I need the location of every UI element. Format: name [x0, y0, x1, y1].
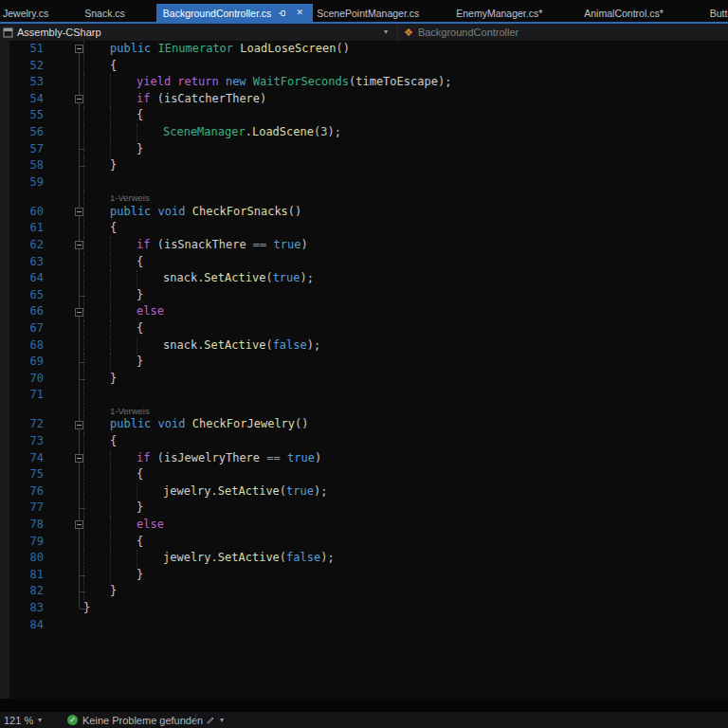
- code-line[interactable]: 55{: [0, 107, 728, 124]
- code-text[interactable]: snack.SetActive(false);: [163, 337, 320, 355]
- code-line[interactable]: 75{: [0, 466, 728, 483]
- code-text[interactable]: else: [136, 517, 164, 534]
- code-editor[interactable]: 51public IEnumerator LoadLoseScreen()52{…: [0, 41, 728, 699]
- code-text[interactable]: public void CheckForSnacks(): [110, 204, 301, 221]
- code-line[interactable]: 51public IEnumerator LoadLoseScreen(): [0, 41, 728, 58]
- codelens-references[interactable]: 1-Verweis: [110, 405, 150, 418]
- code-line[interactable]: 56SceneManager.LoadScene(3);: [0, 124, 728, 141]
- editor-tab[interactable]: BackgroundController.cs✕: [156, 4, 313, 22]
- code-text[interactable]: {: [136, 107, 143, 124]
- chevron-down-icon[interactable]: ▾: [384, 28, 388, 36]
- fold-toggle[interactable]: [75, 241, 83, 249]
- code-line[interactable]: 57}: [0, 141, 728, 158]
- zoom-level-control[interactable]: 121 %: [4, 713, 33, 727]
- codelens-references[interactable]: 1-Verweis: [110, 191, 150, 205]
- code-text[interactable]: {: [110, 433, 117, 450]
- code-text[interactable]: if (isJewelryThere == true): [136, 450, 321, 467]
- code-text[interactable]: {: [136, 320, 143, 337]
- editor-tab[interactable]: Jewelry.cs: [0, 4, 82, 22]
- fold-toggle[interactable]: [75, 208, 83, 216]
- code-text[interactable]: {: [110, 220, 117, 237]
- code-text[interactable]: yield return new WaitForSeconds(timeToEs…: [136, 74, 451, 91]
- code-line[interactable]: 79{: [0, 534, 728, 551]
- code-text[interactable]: }: [110, 157, 117, 174]
- fold-toggle[interactable]: [75, 421, 83, 429]
- code-line[interactable]: 59: [0, 174, 728, 191]
- code-line[interactable]: 64snack.SetActive(true);: [0, 270, 728, 287]
- code-line[interactable]: 78else: [0, 517, 728, 534]
- indent-guide: [110, 483, 111, 500]
- indent-guide: [110, 337, 111, 355]
- code-text[interactable]: else: [136, 303, 164, 320]
- editor-tab[interactable]: EnemyManager.cs*: [456, 4, 579, 22]
- horizontal-scrollbar-track[interactable]: [0, 699, 728, 712]
- code-text[interactable]: }: [136, 567, 143, 584]
- type-dropdown[interactable]: ❖ BackgroundController: [398, 24, 728, 41]
- code-line[interactable]: 60public void CheckForSnacks(): [0, 204, 728, 221]
- code-text[interactable]: public void CheckForJewelry(): [110, 416, 309, 433]
- fold-toggle[interactable]: [75, 95, 83, 103]
- code-text[interactable]: {: [136, 466, 143, 483]
- code-line[interactable]: 82}: [0, 583, 728, 600]
- code-text[interactable]: SceneManager.LoadScene(3);: [163, 124, 341, 141]
- code-text[interactable]: {: [110, 58, 117, 75]
- code-line[interactable]: 67{: [0, 320, 728, 337]
- editor-tab[interactable]: ButtonMan: [702, 4, 728, 22]
- code-line[interactable]: 81}: [0, 567, 728, 584]
- close-icon[interactable]: ✕: [294, 8, 305, 19]
- code-line[interactable]: 65}: [0, 287, 728, 304]
- code-line[interactable]: 74if (isJewelryThere == true): [0, 450, 728, 467]
- code-text[interactable]: }: [136, 287, 143, 304]
- code-text[interactable]: }: [136, 500, 143, 517]
- codelens-row[interactable]: 1-Verweis: [0, 191, 728, 204]
- code-line[interactable]: 68snack.SetActive(false);: [0, 337, 728, 355]
- code-text[interactable]: }: [83, 600, 90, 617]
- code-text[interactable]: jewelry.SetActive(false);: [163, 550, 335, 567]
- code-line[interactable]: 58}: [0, 157, 728, 174]
- code-line[interactable]: 77}: [0, 500, 728, 517]
- code-text[interactable]: {: [136, 534, 143, 551]
- zoom-dropdown[interactable]: ▾: [38, 713, 42, 727]
- fold-toggle[interactable]: [75, 454, 83, 463]
- code-line[interactable]: 80jewelry.SetActive(false);: [0, 550, 728, 567]
- code-text[interactable]: }: [110, 583, 117, 600]
- fold-toggle[interactable]: [75, 45, 83, 53]
- problems-status[interactable]: ✓ Keine Probleme gefunden: [67, 713, 203, 727]
- outline-line: [79, 270, 80, 287]
- code-line[interactable]: 72public void CheckForJewelry(): [0, 416, 728, 433]
- code-text[interactable]: public IEnumerator LoadLoseScreen(): [110, 41, 350, 58]
- code-text[interactable]: if (isCatcherThere): [136, 91, 266, 108]
- code-line[interactable]: 66else: [0, 303, 728, 320]
- code-line[interactable]: 83}: [0, 600, 728, 617]
- outline-line: [79, 74, 80, 91]
- code-line[interactable]: 54if (isCatcherThere): [0, 91, 728, 108]
- editor-tab[interactable]: Snack.cs: [82, 4, 156, 22]
- code-line[interactable]: 63{: [0, 254, 728, 271]
- code-line[interactable]: 61{: [0, 220, 728, 237]
- indent-guide: [83, 404, 84, 417]
- code-line[interactable]: 62if (isSnackThere == true): [0, 237, 728, 254]
- code-line[interactable]: 69}: [0, 354, 728, 371]
- fold-toggle[interactable]: [75, 520, 83, 529]
- code-text[interactable]: }: [110, 371, 117, 388]
- code-line[interactable]: 70}: [0, 371, 728, 388]
- code-line[interactable]: 84: [0, 617, 728, 634]
- editor-tab[interactable]: ScenePointManager.cs: [313, 4, 456, 22]
- code-text[interactable]: }: [136, 141, 143, 158]
- pin-icon[interactable]: [278, 9, 287, 18]
- project-dropdown[interactable]: Assembly-CSharp ▾: [0, 24, 398, 41]
- code-line[interactable]: 76jewelry.SetActive(true);: [0, 483, 728, 500]
- fold-toggle[interactable]: [75, 308, 83, 317]
- code-line[interactable]: 52{: [0, 58, 728, 75]
- code-line[interactable]: 71: [0, 387, 728, 404]
- code-text[interactable]: {: [136, 254, 143, 271]
- editor-tab[interactable]: AnimalControl.cs*: [579, 4, 701, 22]
- code-text[interactable]: jewelry.SetActive(true);: [163, 483, 327, 500]
- code-line[interactable]: 53yield return new WaitForSeconds(timeTo…: [0, 74, 728, 91]
- code-text[interactable]: if (isSnackThere == true): [136, 237, 308, 254]
- code-text[interactable]: }: [136, 354, 143, 371]
- code-text[interactable]: snack.SetActive(true);: [163, 270, 314, 287]
- code-line[interactable]: 73{: [0, 433, 728, 450]
- codelens-row[interactable]: 1-Verweis: [0, 404, 728, 417]
- annotate-control[interactable]: ▾: [205, 713, 224, 727]
